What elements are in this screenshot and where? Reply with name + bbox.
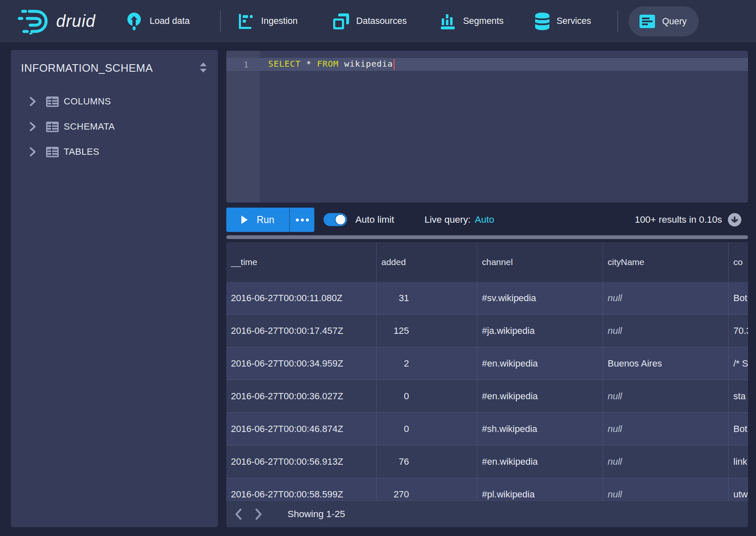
top-nav: druid Load dataIngestionDatasourcesSegme… bbox=[0, 0, 756, 42]
play-icon bbox=[241, 215, 248, 224]
sidebar-item-schemata[interactable]: SCHEMATA bbox=[11, 114, 218, 139]
chevron-right-icon bbox=[254, 508, 263, 520]
cell-cityName[interactable]: null bbox=[603, 413, 729, 445]
cell-time[interactable]: 2016-06-27T00:00:56.913Z bbox=[226, 445, 377, 478]
horizontal-scrollbar[interactable] bbox=[226, 235, 748, 239]
table-row: 2016-06-27T00:00:36.027Z0#en.wikipedianu… bbox=[226, 380, 748, 413]
sql-keyword: SELECT bbox=[268, 59, 301, 69]
cell-channel[interactable]: #en.wikipedia bbox=[477, 380, 603, 413]
query-icon bbox=[639, 15, 655, 28]
column-header-added[interactable]: added bbox=[377, 242, 477, 282]
table-icon bbox=[46, 96, 64, 107]
nav-item-label: Services bbox=[557, 16, 591, 26]
cell-cityName[interactable]: Buenos Aires bbox=[603, 347, 729, 380]
cell-cityName[interactable]: null bbox=[603, 445, 729, 478]
cell-co[interactable]: Bot bbox=[729, 413, 748, 445]
cell-added[interactable]: 0 bbox=[377, 413, 477, 445]
cell-channel[interactable]: #sh.wikipedia bbox=[477, 413, 603, 445]
segments-icon bbox=[441, 13, 456, 29]
run-toolbar: Run Auto limit Live query: Auto 100+ res… bbox=[226, 208, 748, 232]
next-page-button[interactable] bbox=[251, 501, 266, 527]
line-number: 1 bbox=[226, 60, 249, 70]
results-info: 100+ results in 0.10s bbox=[635, 208, 722, 232]
nav-item-label: Ingestion bbox=[261, 16, 298, 26]
sql-text: * bbox=[306, 59, 312, 69]
datasources-icon bbox=[333, 13, 349, 29]
nav-item-label: Query bbox=[662, 16, 687, 27]
column-header-channel[interactable]: channel bbox=[477, 242, 603, 282]
results-table: __timeaddedchannelcityNameco 2016-06-27T… bbox=[226, 242, 748, 527]
table-row: 2016-06-27T00:00:46.874Z0#sh.wikipedianu… bbox=[226, 413, 748, 445]
nav-item-load-data[interactable]: Load data bbox=[126, 0, 190, 42]
double-caret-vertical-icon[interactable] bbox=[199, 62, 208, 75]
cell-time[interactable]: 2016-06-27T00:00:46.874Z bbox=[226, 413, 377, 445]
chevron-right-icon[interactable] bbox=[29, 96, 46, 107]
logo-wordmark: druid bbox=[56, 12, 96, 31]
chevron-right-icon[interactable] bbox=[29, 122, 46, 132]
pagination-bar: Showing 1-25 bbox=[226, 500, 748, 527]
showing-label: Showing 1-25 bbox=[287, 509, 345, 520]
cell-cityName[interactable]: null bbox=[603, 282, 729, 315]
cell-cityName[interactable]: null bbox=[603, 380, 729, 413]
sql-text bbox=[301, 59, 306, 69]
sidebar-item-tables[interactable]: TABLES bbox=[11, 139, 218, 164]
cell-co[interactable]: link bbox=[729, 445, 748, 478]
sql-code-line[interactable]: SELECT * FROM wikipedia bbox=[249, 59, 395, 70]
prev-page-button[interactable] bbox=[231, 501, 246, 527]
schema-selector[interactable]: INFORMATION_SCHEMA bbox=[21, 62, 153, 75]
chevron-left-icon bbox=[234, 508, 243, 520]
cell-channel[interactable]: #en.wikipedia bbox=[477, 347, 603, 380]
cell-added[interactable]: 125 bbox=[377, 315, 477, 347]
nav-item-services[interactable]: Services bbox=[535, 0, 591, 42]
nav-item-label: Load data bbox=[150, 16, 190, 26]
column-header-cityName[interactable]: cityName bbox=[603, 242, 729, 282]
cell-added[interactable]: 76 bbox=[377, 445, 477, 478]
nav-item-label: Segments bbox=[463, 16, 504, 26]
run-more-button[interactable] bbox=[289, 208, 314, 232]
nav-item-query[interactable]: Query bbox=[629, 6, 699, 36]
table-row: 2016-06-27T00:00:11.080Z31#sv.wikipedian… bbox=[226, 282, 748, 315]
druid-logo[interactable]: druid bbox=[17, 0, 96, 42]
cell-channel[interactable]: #ja.wikipedia bbox=[477, 315, 603, 347]
cell-co[interactable]: Bot bbox=[729, 282, 748, 315]
table-row: 2016-06-27T00:00:17.457Z125#ja.wikipedia… bbox=[226, 315, 748, 347]
cell-cityName[interactable]: null bbox=[603, 315, 729, 347]
load-data-icon bbox=[126, 12, 142, 31]
download-results-button[interactable] bbox=[728, 213, 741, 226]
cell-channel[interactable]: #sv.wikipedia bbox=[477, 282, 603, 315]
nav-item-segments[interactable]: Segments bbox=[441, 0, 504, 42]
auto-limit-toggle[interactable] bbox=[324, 213, 347, 226]
cell-co[interactable]: 70.3 bbox=[729, 315, 748, 347]
cell-time[interactable]: 2016-06-27T00:00:17.457Z bbox=[226, 315, 377, 347]
cell-added[interactable]: 0 bbox=[377, 380, 477, 413]
cell-time[interactable]: 2016-06-27T00:00:11.080Z bbox=[226, 282, 377, 315]
sql-text: wikipedia bbox=[339, 59, 393, 69]
table-row: 2016-06-27T00:00:34.959Z2#en.wikipediaBu… bbox=[226, 347, 748, 380]
sql-text bbox=[312, 59, 317, 69]
cell-co[interactable]: sta bbox=[729, 380, 748, 413]
column-header-time[interactable]: __time bbox=[226, 242, 377, 282]
column-header-co[interactable]: co bbox=[729, 242, 748, 282]
cell-time[interactable]: 2016-06-27T00:00:34.959Z bbox=[226, 347, 377, 380]
cell-time[interactable]: 2016-06-27T00:00:36.027Z bbox=[226, 380, 377, 413]
query-editor[interactable]: 1 SELECT * FROM wikipedia bbox=[226, 51, 748, 203]
nav-separator bbox=[220, 11, 221, 32]
auto-limit-label[interactable]: Auto limit bbox=[355, 208, 394, 232]
live-query-value[interactable]: Auto bbox=[475, 214, 494, 225]
nav-item-ingestion[interactable]: Ingestion bbox=[239, 0, 298, 42]
download-icon bbox=[731, 216, 738, 224]
chevron-right-icon[interactable] bbox=[29, 147, 46, 157]
cell-co[interactable]: /* S bbox=[729, 347, 748, 380]
cell-added[interactable]: 31 bbox=[377, 282, 477, 315]
sidebar-item-columns[interactable]: COLUMNS bbox=[11, 89, 218, 114]
ingestion-icon bbox=[239, 14, 254, 29]
sidebar-item-label: COLUMNS bbox=[64, 96, 111, 107]
editor-gutter bbox=[226, 51, 260, 203]
sql-keyword: FROM bbox=[317, 59, 339, 69]
cell-channel[interactable]: #en.wikipedia bbox=[477, 445, 603, 478]
run-button[interactable]: Run bbox=[226, 208, 289, 232]
text-cursor bbox=[394, 59, 395, 70]
live-query-control[interactable]: Live query: Auto bbox=[425, 208, 494, 232]
cell-added[interactable]: 2 bbox=[377, 347, 477, 380]
nav-item-datasources[interactable]: Datasources bbox=[333, 0, 407, 42]
